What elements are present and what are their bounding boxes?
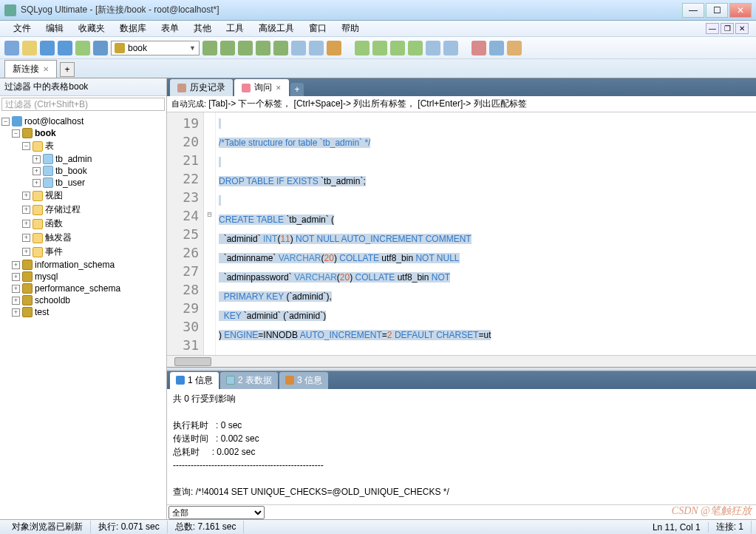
- tree-folder-events[interactable]: 事件: [45, 246, 63, 258]
- mdi-close-button[interactable]: ✕: [735, 23, 749, 34]
- expand-icon[interactable]: +: [22, 206, 30, 214]
- tree-db[interactable]: test: [35, 307, 49, 317]
- menu-other[interactable]: 其他: [188, 21, 217, 36]
- tool-icon-5[interactable]: [273, 41, 288, 55]
- tool-icon-14[interactable]: [443, 41, 458, 55]
- tool-icon-13[interactable]: [426, 41, 440, 55]
- minimize-button[interactable]: —: [682, 3, 704, 18]
- fold-gutter: ⊟: [204, 112, 216, 355]
- database-select[interactable]: book ▼: [111, 41, 200, 55]
- editor-hscroll[interactable]: [167, 355, 756, 367]
- expand-icon[interactable]: +: [12, 308, 20, 317]
- tool-icon-10[interactable]: [372, 41, 387, 55]
- execute-all-icon[interactable]: [58, 41, 72, 55]
- tab-info[interactable]: 1 信息: [170, 372, 219, 389]
- query-icon: [242, 84, 251, 92]
- table-icon: [43, 154, 53, 164]
- expand-icon[interactable]: −: [12, 129, 20, 138]
- tool-icon-11[interactable]: [390, 41, 405, 55]
- expand-icon[interactable]: +: [33, 155, 41, 163]
- result-select[interactable]: 全部: [168, 506, 265, 519]
- expand-icon[interactable]: +: [12, 297, 20, 305]
- filter-input[interactable]: 过滤器 (Ctrl+Shift+B): [1, 98, 165, 111]
- tree-table[interactable]: tb_user: [55, 178, 85, 188]
- tree-folder-procs[interactable]: 存储过程: [45, 203, 81, 216]
- tool-icon-17[interactable]: [507, 41, 522, 55]
- tree-db[interactable]: performance_schema: [35, 283, 120, 294]
- save-icon[interactable]: [75, 41, 90, 55]
- tool-icon-15[interactable]: [471, 41, 486, 55]
- tree-table[interactable]: tb_book: [55, 166, 87, 176]
- menu-tools[interactable]: 工具: [220, 21, 250, 36]
- database-icon: [22, 295, 33, 305]
- menu-table[interactable]: 表单: [155, 21, 185, 36]
- tab-query[interactable]: 询问✕: [234, 79, 289, 96]
- new-connection-icon[interactable]: [4, 41, 19, 55]
- refresh-icon[interactable]: [93, 41, 108, 55]
- expand-icon[interactable]: +: [22, 248, 30, 256]
- tool-icon-8[interactable]: [327, 41, 341, 55]
- tree-db-book[interactable]: book: [35, 128, 56, 138]
- sql-code[interactable]: /*Table structure for table `tb_admin` *…: [216, 112, 756, 355]
- database-icon: [22, 271, 33, 282]
- tree-folder-tables[interactable]: 表: [45, 140, 54, 152]
- result-output[interactable]: 共 0 行受到影响 执行耗时 : 0 sec 传送时间 : 0.002 sec …: [167, 389, 756, 504]
- menu-database[interactable]: 数据库: [114, 21, 152, 36]
- mdi-restore-button[interactable]: ❐: [721, 23, 734, 34]
- tool-icon-1[interactable]: [202, 41, 217, 55]
- maximize-button[interactable]: ☐: [706, 3, 728, 18]
- sidebar: 过滤器 中的表格book 过滤器 (Ctrl+Shift+B) −root@lo…: [0, 78, 167, 519]
- tool-icon-3[interactable]: [238, 41, 253, 55]
- tool-icon-6[interactable]: [291, 41, 306, 55]
- tree-folder-trigs[interactable]: 触发器: [45, 231, 72, 244]
- expand-icon[interactable]: −: [22, 142, 30, 150]
- close-tab-icon[interactable]: ✕: [276, 84, 282, 92]
- tool-icon-2[interactable]: [220, 41, 235, 55]
- menu-favorites[interactable]: 收藏夹: [72, 21, 111, 36]
- expand-icon[interactable]: +: [33, 179, 41, 187]
- close-tab-icon[interactable]: ✕: [43, 65, 49, 73]
- menu-advanced[interactable]: 高级工具: [253, 21, 300, 36]
- expand-icon[interactable]: +: [12, 285, 20, 293]
- tool-icon-12[interactable]: [408, 41, 423, 55]
- tree-table[interactable]: tb_admin: [55, 154, 92, 164]
- expand-icon[interactable]: +: [12, 273, 20, 281]
- mdi-minimize-button[interactable]: —: [706, 23, 719, 34]
- table-icon: [43, 166, 53, 176]
- expand-icon[interactable]: +: [22, 234, 30, 242]
- tree-db[interactable]: schooldb: [35, 295, 70, 305]
- open-icon[interactable]: [22, 41, 37, 55]
- tool-icon-9[interactable]: [355, 41, 370, 55]
- tree-folder-funcs[interactable]: 函数: [45, 217, 63, 230]
- expand-icon[interactable]: +: [33, 167, 41, 175]
- tab-history[interactable]: 历史记录: [170, 79, 233, 96]
- server-icon: [12, 116, 22, 126]
- result-tab-bar: 1 信息 2 表数据 3 信息: [167, 371, 756, 389]
- menu-edit[interactable]: 编辑: [40, 21, 69, 36]
- content-area: 历史记录 询问✕ + 自动完成: [Tab]-> 下一个标签， [Ctrl+Sp…: [167, 78, 756, 519]
- expand-icon[interactable]: +: [22, 192, 30, 200]
- tool-icon-7[interactable]: [309, 41, 324, 55]
- menu-file[interactable]: 文件: [7, 21, 37, 36]
- close-button[interactable]: ✕: [729, 3, 752, 18]
- expand-icon[interactable]: +: [22, 220, 30, 228]
- tree-folder-views[interactable]: 视图: [45, 189, 63, 202]
- add-connection-tab-button[interactable]: +: [60, 62, 75, 77]
- tree-db[interactable]: mysql: [35, 271, 58, 282]
- menu-window[interactable]: 窗口: [303, 21, 333, 36]
- tool-icon-16[interactable]: [489, 41, 504, 55]
- expand-icon[interactable]: +: [12, 261, 20, 269]
- tree-db[interactable]: information_schema: [35, 260, 115, 270]
- sql-editor[interactable]: 19202122232425262728293031 ⊟ /*Table str…: [167, 112, 756, 355]
- tool-icon-4[interactable]: [256, 41, 270, 55]
- database-icon: [22, 260, 33, 270]
- tab-info2[interactable]: 3 信息: [279, 372, 328, 389]
- add-query-tab-button[interactable]: +: [290, 83, 304, 96]
- expand-icon[interactable]: −: [1, 118, 10, 126]
- scroll-thumb[interactable]: [174, 357, 211, 366]
- menu-help[interactable]: 帮助: [336, 21, 365, 36]
- tab-table-data[interactable]: 2 表数据: [220, 372, 278, 389]
- execute-icon[interactable]: [40, 41, 55, 55]
- connection-tab-active[interactable]: 新连接 ✕: [4, 60, 57, 78]
- tree-server[interactable]: root@localhost: [24, 116, 84, 126]
